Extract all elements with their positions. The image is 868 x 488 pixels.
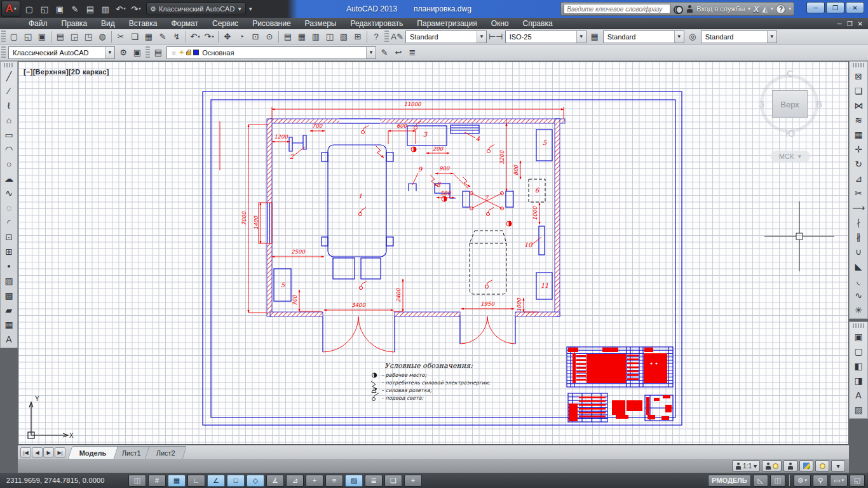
offset-button[interactable]: ≋ bbox=[851, 112, 866, 127]
viewcube[interactable]: С З В Ю Верх МСК ▼ bbox=[756, 69, 825, 175]
send-to-back-button[interactable]: ▢ bbox=[851, 344, 866, 358]
layer-color-chip[interactable] bbox=[193, 50, 199, 55]
block-editor-button[interactable]: ↯ bbox=[170, 30, 184, 43]
drawing-canvas[interactable]: [−][Верхняя][2D каркас] bbox=[18, 61, 849, 445]
print-button[interactable]: ▥ bbox=[98, 2, 113, 16]
new-file-button[interactable]: ▢ bbox=[7, 30, 21, 43]
cut-button[interactable]: ✂ bbox=[114, 30, 128, 43]
move-button[interactable]: ✛ bbox=[851, 142, 866, 156]
menu-item[interactable]: Формат bbox=[164, 18, 205, 29]
layer-states-button[interactable]: ≣ bbox=[405, 46, 419, 59]
annotation-monitor-toggle[interactable]: + bbox=[404, 475, 422, 487]
chevron-down-icon[interactable]: ▾ bbox=[748, 6, 750, 11]
hatch-to-back-button[interactable]: ▨ bbox=[851, 402, 866, 417]
doc-close-button[interactable]: ✕ bbox=[858, 20, 863, 27]
spline-button[interactable]: ∿ bbox=[1, 186, 17, 200]
mleader-style-icon[interactable]: ◎ bbox=[686, 30, 700, 43]
viewcube-top-face[interactable]: Верх bbox=[772, 90, 808, 118]
lock-icon[interactable] bbox=[186, 51, 191, 55]
table-style-dropdown[interactable]: Standard ▼ bbox=[603, 30, 684, 43]
zoom-window-button[interactable]: ⊡ bbox=[248, 30, 262, 43]
next-tab-button[interactable]: ▶ bbox=[43, 447, 54, 458]
minimize-button[interactable]: ─ bbox=[806, 2, 825, 13]
menu-item[interactable]: Вставка bbox=[122, 18, 165, 29]
zoom-previous-button[interactable]: ⊙ bbox=[262, 30, 276, 43]
batch-plot-button[interactable]: ◍ bbox=[95, 30, 109, 43]
first-tab-button[interactable]: |◀ bbox=[20, 447, 31, 458]
chamfer-button[interactable]: ◣ bbox=[851, 259, 866, 273]
mirror-button[interactable]: ⋈ bbox=[851, 98, 866, 112]
help-button[interactable]: ? bbox=[369, 30, 383, 43]
send-under-button[interactable]: ◨ bbox=[851, 373, 866, 388]
bring-to-front-button[interactable]: ▣ bbox=[851, 329, 866, 344]
workspace-combo[interactable]: Классический AutoCAD ▼ bbox=[8, 46, 115, 59]
undo-button[interactable]: ↶▾ bbox=[113, 2, 128, 16]
open-file-button[interactable]: ◱ bbox=[21, 30, 35, 43]
annotation-visibility-button[interactable] bbox=[762, 460, 782, 471]
toolbar-grip[interactable] bbox=[1, 46, 6, 59]
save-button[interactable]: ▣ bbox=[52, 2, 67, 16]
autodesk-360-icon[interactable]: ◭ bbox=[763, 5, 768, 13]
designcenter-button[interactable]: ▦ bbox=[295, 30, 309, 43]
layer-previous-button[interactable]: ↩ bbox=[391, 46, 405, 59]
scale-button[interactable]: ⊿ bbox=[851, 171, 866, 186]
toolbar-grip[interactable] bbox=[853, 323, 864, 328]
layout-button[interactable]: ◫ bbox=[770, 475, 785, 487]
search-input[interactable] bbox=[564, 4, 670, 14]
erase-button[interactable]: ⊠ bbox=[851, 69, 866, 83]
undo-button[interactable]: ↶▾ bbox=[188, 30, 202, 43]
layer-properties-button[interactable]: ▤ bbox=[151, 46, 165, 59]
plot-button[interactable]: ▤ bbox=[83, 2, 98, 16]
menu-item[interactable]: Окно bbox=[484, 18, 516, 29]
toolbar-lock-button[interactable]: ⚲ bbox=[813, 475, 828, 487]
table-button[interactable]: ▦ bbox=[1, 317, 17, 332]
copy-clip-button[interactable]: ❏ bbox=[128, 30, 142, 43]
toolbar-grip[interactable] bbox=[4, 63, 14, 67]
rotate-button[interactable]: ↻ bbox=[851, 156, 866, 171]
viewcube-wcs-menu[interactable]: МСК ▼ bbox=[771, 151, 810, 162]
redo-button[interactable]: ↷▾ bbox=[128, 2, 144, 16]
sync-status-button[interactable] bbox=[799, 460, 813, 471]
ellipse-arc-button[interactable]: ◜ bbox=[1, 215, 17, 229]
explode-button[interactable]: ✳ bbox=[851, 302, 866, 317]
viewport-lighting-button[interactable] bbox=[815, 460, 829, 471]
save-as-button[interactable]: ✎ bbox=[67, 2, 83, 16]
quick-properties-toggle[interactable]: ≣ bbox=[365, 475, 383, 487]
join-button[interactable]: ∪ bbox=[851, 244, 866, 259]
sign-in-button[interactable]: Вход в службы bbox=[696, 5, 745, 13]
bulb-icon[interactable]: ☼ bbox=[171, 49, 177, 56]
menu-item[interactable]: Справка bbox=[516, 18, 560, 29]
polygon-button[interactable]: ⌂ bbox=[1, 112, 17, 127]
trim-button[interactable]: ✂ bbox=[851, 186, 866, 200]
pan-button[interactable]: ✥ bbox=[220, 30, 234, 43]
doc-minimize-button[interactable]: ─ bbox=[837, 20, 842, 27]
workspace-settings-button[interactable]: ⚙ bbox=[116, 46, 130, 59]
sheetset-manager-button[interactable]: ◫ bbox=[323, 30, 337, 43]
dim-style-icon[interactable]: ⊢⊣ bbox=[488, 30, 504, 43]
arc-button[interactable]: ◠ bbox=[1, 142, 17, 156]
annotation-autoscale-button[interactable] bbox=[783, 460, 797, 471]
mleader-style-dropdown[interactable]: Standard ▼ bbox=[701, 30, 777, 43]
array-button[interactable]: ▦ bbox=[851, 127, 866, 142]
clean-screen-button[interactable]: ◱ bbox=[850, 475, 865, 487]
redo-button[interactable]: ↷▾ bbox=[202, 30, 216, 43]
viewcube-south[interactable]: Ю bbox=[785, 128, 795, 139]
publish-button[interactable]: ◳ bbox=[81, 30, 95, 43]
dynamic-input-toggle[interactable]: + bbox=[306, 475, 323, 487]
line-button[interactable]: ╱ bbox=[1, 69, 17, 83]
qat-customize-button[interactable]: ▼ bbox=[248, 6, 253, 12]
extend-button[interactable]: ⟶ bbox=[851, 200, 866, 215]
text-style-dropdown[interactable]: Standard ▼ bbox=[405, 30, 487, 43]
region-button[interactable]: ▰ bbox=[1, 302, 17, 317]
search-icon[interactable] bbox=[674, 6, 683, 12]
close-button[interactable]: ✕ bbox=[846, 2, 864, 13]
point-button[interactable]: • bbox=[1, 259, 17, 273]
fillet-button[interactable]: ◟ bbox=[851, 273, 866, 288]
exchange-apps-icon[interactable]: X bbox=[754, 4, 759, 14]
osnap-toggle[interactable]: □ bbox=[227, 475, 245, 487]
markup-button[interactable]: ▧ bbox=[337, 30, 351, 43]
copy-button[interactable]: ❏ bbox=[851, 83, 866, 98]
chevron-down-icon[interactable]: ▾ bbox=[789, 6, 791, 11]
menu-item[interactable]: Вид bbox=[94, 18, 122, 29]
revision-cloud-button[interactable]: ☁ bbox=[1, 171, 17, 186]
